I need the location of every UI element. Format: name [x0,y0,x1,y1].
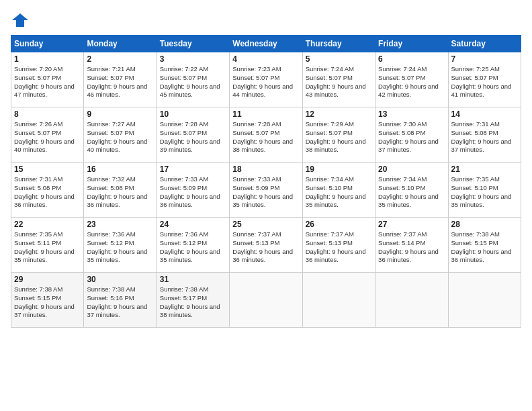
cell-info: Sunrise: 7:28 AMSunset: 5:07 PMDaylight:… [232,120,299,154]
week-row-2: 8Sunrise: 7:26 AMSunset: 5:07 PMDaylight… [11,107,521,163]
cell-info: Sunrise: 7:20 AMSunset: 5:07 PMDaylight:… [14,65,81,99]
calendar-cell: 7Sunrise: 7:25 AMSunset: 5:07 PMDaylight… [448,52,521,107]
day-number: 25 [232,220,299,229]
cell-info: Sunrise: 7:30 AMSunset: 5:08 PMDaylight:… [378,120,445,154]
day-number: 26 [306,220,372,229]
cell-info: Sunrise: 7:37 AMSunset: 5:13 PMDaylight:… [232,230,299,265]
header-day-sunday: Sunday [11,36,84,52]
logo-icon [11,11,30,30]
calendar-cell: 17Sunrise: 7:33 AMSunset: 5:09 PMDayligh… [157,163,229,218]
cell-info: Sunrise: 7:34 AMSunset: 5:10 PMDaylight:… [306,175,372,210]
week-row-1: 1Sunrise: 7:20 AMSunset: 5:07 PMDaylight… [11,52,521,107]
day-number: 24 [160,220,226,229]
day-number: 4 [232,54,299,64]
day-number: 5 [306,54,372,64]
day-number: 16 [87,165,153,174]
calendar-cell: 5Sunrise: 7:24 AMSunset: 5:07 PMDaylight… [302,52,375,107]
cell-info: Sunrise: 7:28 AMSunset: 5:07 PMDaylight:… [160,120,226,154]
cell-info: Sunrise: 7:21 AMSunset: 5:07 PMDaylight:… [87,65,153,99]
day-number: 11 [232,109,299,119]
day-number: 2 [87,54,153,64]
cell-info: Sunrise: 7:32 AMSunset: 5:08 PMDaylight:… [87,175,153,210]
day-number: 20 [378,165,445,174]
calendar-cell: 13Sunrise: 7:30 AMSunset: 5:08 PMDayligh… [375,107,448,163]
cell-info: Sunrise: 7:27 AMSunset: 5:07 PMDaylight:… [87,120,153,154]
calendar-table: SundayMondayTuesdayWednesdayThursdayFrid… [11,35,521,328]
week-row-5: 29Sunrise: 7:38 AMSunset: 5:15 PMDayligh… [11,273,521,328]
calendar-cell: 24Sunrise: 7:36 AMSunset: 5:12 PMDayligh… [157,218,229,273]
calendar-cell: 15Sunrise: 7:31 AMSunset: 5:08 PMDayligh… [11,163,84,218]
cell-info: Sunrise: 7:36 AMSunset: 5:12 PMDaylight:… [160,230,226,265]
calendar-cell: 31Sunrise: 7:38 AMSunset: 5:17 PMDayligh… [157,273,229,328]
day-number: 30 [87,275,153,284]
calendar-cell: 25Sunrise: 7:37 AMSunset: 5:13 PMDayligh… [230,218,302,273]
cell-info: Sunrise: 7:31 AMSunset: 5:08 PMDaylight:… [451,120,518,154]
calendar-header: SundayMondayTuesdayWednesdayThursdayFrid… [11,36,521,52]
day-number: 8 [14,109,81,119]
day-number: 9 [87,109,153,119]
calendar-cell: 10Sunrise: 7:28 AMSunset: 5:07 PMDayligh… [157,107,229,163]
page-container: SundayMondayTuesdayWednesdayThursdayFrid… [0,0,532,411]
calendar-cell: 30Sunrise: 7:38 AMSunset: 5:16 PMDayligh… [84,273,157,328]
day-number: 31 [160,275,226,284]
header-day-wednesday: Wednesday [230,36,302,52]
calendar-cell: 8Sunrise: 7:26 AMSunset: 5:07 PMDaylight… [11,107,84,163]
day-number: 18 [232,165,299,174]
calendar-cell [448,273,521,328]
week-row-4: 22Sunrise: 7:35 AMSunset: 5:11 PMDayligh… [11,218,521,273]
day-number: 12 [306,109,372,119]
calendar-cell: 2Sunrise: 7:21 AMSunset: 5:07 PMDaylight… [84,52,157,107]
calendar-cell: 21Sunrise: 7:35 AMSunset: 5:10 PMDayligh… [448,163,521,218]
svg-marker-0 [12,13,28,27]
calendar-cell: 14Sunrise: 7:31 AMSunset: 5:08 PMDayligh… [448,107,521,163]
calendar-cell: 28Sunrise: 7:38 AMSunset: 5:15 PMDayligh… [448,218,521,273]
day-number: 7 [451,54,518,64]
calendar-cell: 9Sunrise: 7:27 AMSunset: 5:07 PMDaylight… [84,107,157,163]
day-number: 28 [451,220,518,229]
week-row-3: 15Sunrise: 7:31 AMSunset: 5:08 PMDayligh… [11,163,521,218]
cell-info: Sunrise: 7:38 AMSunset: 5:16 PMDaylight:… [87,285,153,320]
cell-info: Sunrise: 7:33 AMSunset: 5:09 PMDaylight:… [160,175,226,210]
calendar-body: 1Sunrise: 7:20 AMSunset: 5:07 PMDaylight… [11,52,521,328]
cell-info: Sunrise: 7:35 AMSunset: 5:11 PMDaylight:… [14,230,81,265]
calendar-cell: 16Sunrise: 7:32 AMSunset: 5:08 PMDayligh… [84,163,157,218]
calendar-cell: 23Sunrise: 7:36 AMSunset: 5:12 PMDayligh… [84,218,157,273]
cell-info: Sunrise: 7:24 AMSunset: 5:07 PMDaylight:… [306,65,372,99]
cell-info: Sunrise: 7:38 AMSunset: 5:15 PMDaylight:… [14,285,81,320]
calendar-cell: 20Sunrise: 7:34 AMSunset: 5:10 PMDayligh… [375,163,448,218]
calendar-cell [230,273,302,328]
cell-info: Sunrise: 7:31 AMSunset: 5:08 PMDaylight:… [14,175,81,210]
day-number: 3 [160,54,226,64]
header [11,11,521,30]
cell-info: Sunrise: 7:38 AMSunset: 5:15 PMDaylight:… [451,230,518,265]
calendar-cell: 1Sunrise: 7:20 AMSunset: 5:07 PMDaylight… [11,52,84,107]
header-row: SundayMondayTuesdayWednesdayThursdayFrid… [11,36,521,52]
cell-info: Sunrise: 7:35 AMSunset: 5:10 PMDaylight:… [451,175,518,210]
cell-info: Sunrise: 7:24 AMSunset: 5:07 PMDaylight:… [378,65,445,99]
cell-info: Sunrise: 7:22 AMSunset: 5:07 PMDaylight:… [160,65,226,99]
calendar-cell: 12Sunrise: 7:29 AMSunset: 5:07 PMDayligh… [302,107,375,163]
day-number: 13 [378,109,445,119]
calendar-cell: 27Sunrise: 7:37 AMSunset: 5:14 PMDayligh… [375,218,448,273]
calendar-cell: 6Sunrise: 7:24 AMSunset: 5:07 PMDaylight… [375,52,448,107]
day-number: 14 [451,109,518,119]
day-number: 21 [451,165,518,174]
cell-info: Sunrise: 7:25 AMSunset: 5:07 PMDaylight:… [451,65,518,99]
calendar-cell: 4Sunrise: 7:23 AMSunset: 5:07 PMDaylight… [230,52,302,107]
calendar-cell [302,273,375,328]
cell-info: Sunrise: 7:23 AMSunset: 5:07 PMDaylight:… [232,65,299,99]
logo [11,11,32,30]
cell-info: Sunrise: 7:36 AMSunset: 5:12 PMDaylight:… [87,230,153,265]
header-day-saturday: Saturday [448,36,521,52]
day-number: 29 [14,275,81,284]
cell-info: Sunrise: 7:34 AMSunset: 5:10 PMDaylight:… [378,175,445,210]
day-number: 6 [378,54,445,64]
day-number: 27 [378,220,445,229]
day-number: 22 [14,220,81,229]
cell-info: Sunrise: 7:38 AMSunset: 5:17 PMDaylight:… [160,285,226,320]
cell-info: Sunrise: 7:37 AMSunset: 5:14 PMDaylight:… [378,230,445,265]
day-number: 23 [87,220,153,229]
calendar-cell: 18Sunrise: 7:33 AMSunset: 5:09 PMDayligh… [230,163,302,218]
calendar-cell: 22Sunrise: 7:35 AMSunset: 5:11 PMDayligh… [11,218,84,273]
calendar-cell: 29Sunrise: 7:38 AMSunset: 5:15 PMDayligh… [11,273,84,328]
